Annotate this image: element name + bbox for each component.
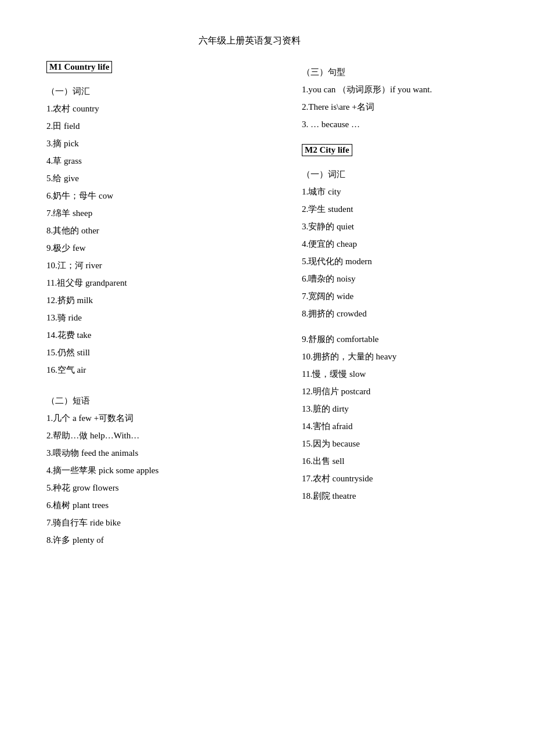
list-item: 3. … because …	[302, 117, 488, 131]
list-item: 9.极少 few	[46, 241, 279, 255]
m2-vocab-list: 1.城市 city2.学生 student3.安静的 quiet4.便宜的 ch…	[302, 185, 488, 503]
list-item: 14.花费 take	[46, 328, 279, 342]
list-item: 6.嘈杂的 noisy	[302, 272, 488, 286]
list-item: 3.摘 pick	[46, 136, 279, 150]
list-item: 12.挤奶 milk	[46, 293, 279, 307]
m1-vocab-heading: （一）词汇	[46, 86, 279, 97]
list-item: 11.祖父母 grandparent	[46, 276, 279, 290]
list-item: 1.you can （动词原形）if you want.	[302, 82, 488, 96]
m2-title: M2 City life	[302, 144, 352, 156]
list-item: 13.骑 ride	[46, 311, 279, 325]
list-item: 2.帮助…做 help…With…	[46, 429, 279, 442]
list-item: 14.害怕 afraid	[302, 419, 488, 433]
list-item: 10.拥挤的，大量的 heavy	[302, 350, 488, 363]
list-item: 6.奶牛；母牛 cow	[46, 189, 279, 203]
m1-sentences-heading: （三）句型	[302, 67, 488, 78]
list-item: 2.There is\are +名词	[302, 100, 488, 114]
list-item: 7.骑自行车 ride bike	[46, 516, 279, 530]
list-item: 10.江；河 river	[46, 258, 279, 272]
list-item: 9.舒服的 comfortable	[302, 332, 488, 346]
list-item: 4.草 grass	[46, 154, 279, 168]
list-item: 5.给 give	[46, 171, 279, 185]
right-column: （三）句型 1.you can （动词原形）if you want.2.Ther…	[290, 61, 488, 550]
m2-vocab-heading: （一）词汇	[302, 169, 488, 180]
list-item: 8.其他的 other	[46, 224, 279, 237]
list-item: 15.因为 because	[302, 437, 488, 451]
list-item: 11.慢，缓慢 slow	[302, 367, 488, 381]
list-item: 8.许多 plenty of	[46, 533, 279, 547]
list-item: 18.剧院 theatre	[302, 489, 488, 503]
list-item: 3.喂动物 feed the animals	[46, 446, 279, 460]
list-item: 1.城市 city	[302, 185, 488, 199]
m1-vocab-list: 1.农村 country2.田 field3.摘 pick4.草 grass5.…	[46, 102, 279, 377]
list-item: 12.明信片 postcard	[302, 384, 488, 398]
list-item: 2.学生 student	[302, 202, 488, 216]
list-item: 3.安静的 quiet	[302, 219, 488, 233]
list-item: 7.绵羊 sheep	[46, 206, 279, 220]
list-item: 17.农村 countryside	[302, 471, 488, 485]
left-column: M1 Country life （一）词汇 1.农村 country2.田 fi…	[46, 61, 290, 550]
list-item: 4.摘一些苹果 pick some apples	[46, 463, 279, 477]
m1-sentences-list: 1.you can （动词原形）if you want.2.There is\a…	[302, 82, 488, 131]
m1-phrases-heading: （二）短语	[46, 395, 279, 406]
page-title: 六年级上册英语复习资料	[46, 35, 453, 47]
list-item: 13.脏的 dirty	[302, 402, 488, 416]
list-item: 5.现代化的 modern	[302, 254, 488, 268]
list-item: 1.几个 a few +可数名词	[46, 411, 279, 425]
list-item: 5.种花 grow flowers	[46, 481, 279, 495]
list-item: 2.田 field	[46, 119, 279, 133]
list-item: 7.宽阔的 wide	[302, 289, 488, 303]
m1-title: M1 Country life	[46, 61, 112, 73]
list-item: 16.出售 sell	[302, 454, 488, 468]
list-item: 16.空气 air	[46, 363, 279, 377]
list-item: 8.拥挤的 crowded	[302, 307, 488, 321]
list-item: 1.农村 country	[46, 102, 279, 116]
list-item: 15.仍然 still	[46, 345, 279, 359]
list-item: 6.植树 plant trees	[46, 498, 279, 512]
m1-phrases-list: 1.几个 a few +可数名词2.帮助…做 help…With…3.喂动物 f…	[46, 411, 279, 547]
list-item: 4.便宜的 cheap	[302, 237, 488, 251]
